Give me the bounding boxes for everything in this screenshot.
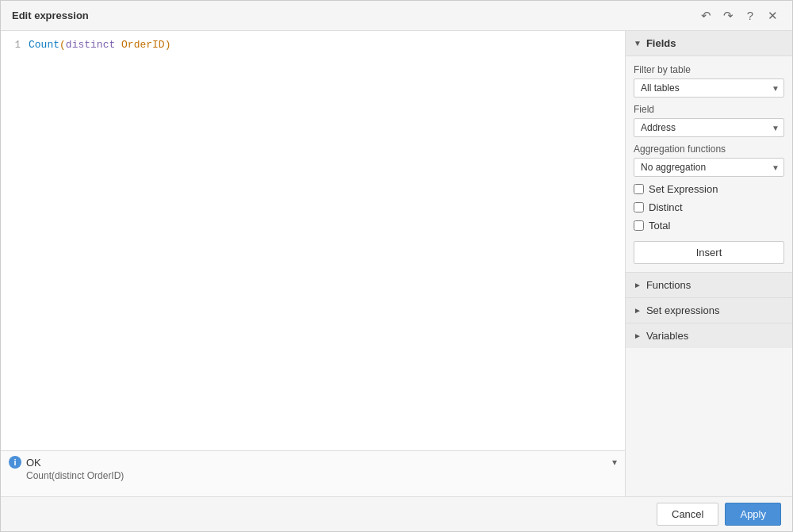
set-expression-row[interactable]: Set Expression <box>634 183 784 195</box>
field-select[interactable]: Address OrderID CustomerID ProductName <box>634 118 784 137</box>
field-orderid: OrderID <box>121 39 165 51</box>
set-expression-label: Set Expression <box>649 183 718 195</box>
help-icon: ? <box>747 9 753 22</box>
code-line-1: 1 Count(distinct OrderID) <box>1 37 625 53</box>
filter-by-table-label: Filter by table <box>634 64 784 75</box>
functions-section: ► Functions <box>626 272 792 297</box>
dialog-title: Edit expression <box>12 10 89 21</box>
set-expressions-label: Set expressions <box>646 304 720 316</box>
line-number-1: 1 <box>1 37 29 53</box>
distinct-label: Distinct <box>649 201 683 213</box>
variables-label: Variables <box>646 330 688 342</box>
aggregation-select-wrapper: No aggregation Sum Count Avg Min Max ▼ <box>634 158 784 177</box>
redo-button[interactable]: ↷ <box>719 7 737 25</box>
editor-panel: 1 Count(distinct OrderID) i OK ▾ Count(d… <box>1 31 626 496</box>
set-expressions-toggle-icon: ► <box>634 306 642 315</box>
titlebar: Edit expression ↶ ↷ ? ✕ <box>1 1 792 31</box>
undo-icon: ↶ <box>701 9 711 23</box>
field-label: Field <box>634 104 784 115</box>
functions-label: Functions <box>646 279 691 291</box>
undo-button[interactable]: ↶ <box>697 7 714 25</box>
keyword-count: Count <box>29 39 59 51</box>
keyword-distinct: distinct <box>66 39 121 51</box>
aggregation-select[interactable]: No aggregation Sum Count Avg Min Max <box>634 158 784 177</box>
titlebar-actions: ↶ ↷ ? ✕ <box>697 7 781 25</box>
status-ok-line: i OK ▾ <box>9 456 617 469</box>
status-icon: i <box>9 456 21 469</box>
edit-expression-dialog: Edit expression ↶ ↷ ? ✕ 1 Count(distinct… <box>0 0 793 532</box>
apply-button[interactable]: Apply <box>725 503 781 526</box>
variables-toggle-icon: ► <box>634 331 642 340</box>
insert-button[interactable]: Insert <box>634 241 784 264</box>
distinct-row[interactable]: Distinct <box>634 201 784 213</box>
field-select-wrapper: Address OrderID CustomerID ProductName ▼ <box>634 118 784 137</box>
expand-icon: ▾ <box>612 457 617 468</box>
help-button[interactable]: ? <box>741 7 759 25</box>
dialog-body: 1 Count(distinct OrderID) i OK ▾ Count(d… <box>1 31 792 496</box>
set-expressions-section: ► Set expressions <box>626 297 792 323</box>
variables-header[interactable]: ► Variables <box>626 323 792 348</box>
total-label: Total <box>649 220 670 232</box>
fields-section-label: Fields <box>646 37 676 49</box>
fields-content: Filter by table All tables Orders Custom… <box>626 56 792 272</box>
dialog-footer: Cancel Apply <box>1 496 792 531</box>
status-bar: i OK ▾ Count(distinct OrderID) <box>1 450 625 496</box>
total-checkbox[interactable] <box>634 220 644 231</box>
paren-close: ) <box>165 39 171 51</box>
fields-toggle-icon: ▼ <box>634 39 642 48</box>
status-expression: Count(distinct OrderID) <box>9 470 617 481</box>
set-expression-checkbox[interactable] <box>634 184 644 194</box>
functions-header[interactable]: ► Functions <box>626 273 792 297</box>
cancel-button[interactable]: Cancel <box>657 503 718 526</box>
redo-icon: ↷ <box>723 9 734 23</box>
fields-section-header[interactable]: ▼ Fields <box>626 31 792 56</box>
distinct-checkbox[interactable] <box>634 202 644 212</box>
total-row[interactable]: Total <box>634 220 784 232</box>
filter-by-table-select[interactable]: All tables Orders Customers <box>634 78 784 98</box>
status-ok-text: OK <box>26 457 41 469</box>
functions-toggle-icon: ► <box>634 281 642 289</box>
filter-by-table-wrapper: All tables Orders Customers ▼ <box>634 78 784 98</box>
close-icon: ✕ <box>768 9 778 23</box>
line-content-1: Count(distinct OrderID) <box>29 37 625 53</box>
variables-section: ► Variables <box>626 323 792 348</box>
set-expressions-header[interactable]: ► Set expressions <box>626 298 792 323</box>
fields-panel: ▼ Fields Filter by table All tables Orde… <box>626 31 792 496</box>
aggregation-label: Aggregation functions <box>634 144 784 155</box>
status-expand-button[interactable]: ▾ <box>612 457 617 468</box>
paren-open: ( <box>59 39 66 51</box>
code-area[interactable]: 1 Count(distinct OrderID) <box>1 31 625 450</box>
close-button[interactable]: ✕ <box>764 7 781 25</box>
